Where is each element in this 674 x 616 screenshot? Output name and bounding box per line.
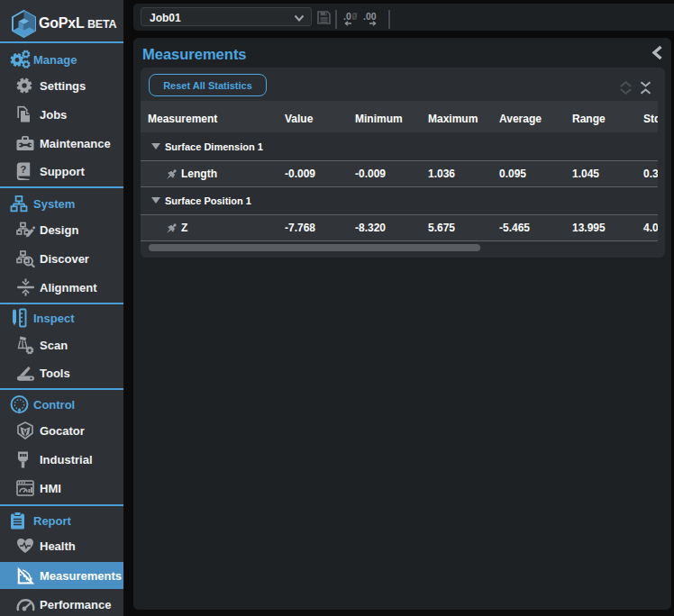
svg-text:.0: .0 [343,12,351,22]
svg-text:.00: .00 [363,12,377,22]
svg-text:?: ? [21,164,27,175]
